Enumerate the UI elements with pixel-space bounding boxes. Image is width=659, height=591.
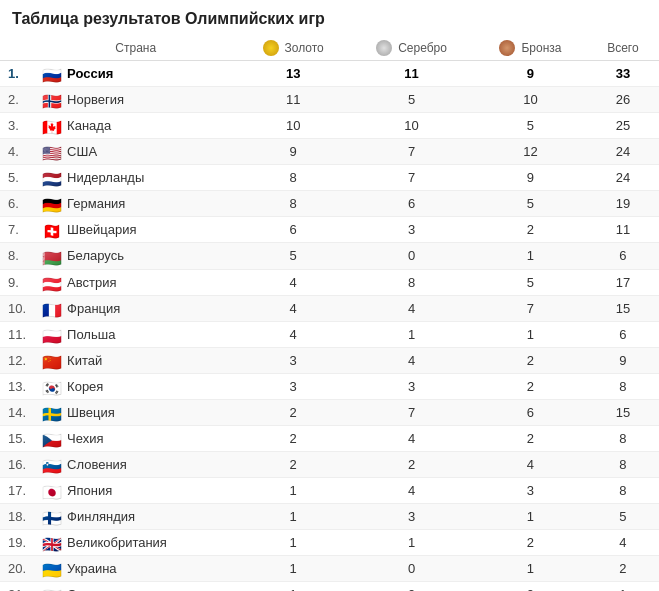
gold-cell: 2 (237, 451, 349, 477)
country-header: Страна (34, 36, 237, 61)
rank-cell: 15. (0, 425, 34, 451)
country-cell: 🇳🇴Норвегия (34, 87, 237, 113)
country-cell: 🇨🇳Китай (34, 347, 237, 373)
table-row: 4.🇺🇸США971224 (0, 139, 659, 165)
silver-cell: 8 (349, 269, 474, 295)
country-label: Беларусь (67, 248, 124, 263)
table-row: 10.🇫🇷Франция44715 (0, 295, 659, 321)
total-cell: 33 (587, 61, 659, 87)
bronze-cell: 2 (474, 373, 587, 399)
table-row: 19.🇬🇧Великобритания1124 (0, 530, 659, 556)
country-label: Германия (67, 196, 125, 211)
country-label: Швеция (67, 405, 115, 420)
page-title: Таблица результатов Олимпийских игр (0, 0, 659, 36)
gold-cell: 1 (237, 504, 349, 530)
bronze-cell: 1 (474, 321, 587, 347)
flag-icon: 🇵🇱 (42, 329, 62, 342)
gold-cell: 8 (237, 191, 349, 217)
table-row: 3.🇨🇦Канада1010525 (0, 113, 659, 139)
country-cell: 🇺🇸США (34, 139, 237, 165)
table-row: 15.🇨🇿Чехия2428 (0, 425, 659, 451)
gold-cell: 11 (237, 87, 349, 113)
country-cell: 🇨🇭Швейцария (34, 217, 237, 243)
table-row: 18.🇫🇮Финляндия1315 (0, 504, 659, 530)
rank-cell: 16. (0, 451, 34, 477)
bronze-cell: 2 (474, 530, 587, 556)
country-label: США (67, 144, 97, 159)
gold-cell: 5 (237, 243, 349, 269)
silver-header: Серебро (349, 36, 474, 61)
silver-cell: 4 (349, 347, 474, 373)
table-row: 13.🇰🇷Корея3328 (0, 373, 659, 399)
country-cell: 🇨🇦Канада (34, 113, 237, 139)
silver-cell: 7 (349, 399, 474, 425)
gold-header: Золото (237, 36, 349, 61)
silver-cell: 5 (349, 87, 474, 113)
bronze-cell: 12 (474, 139, 587, 165)
country-cell: 🇵🇱Польша (34, 321, 237, 347)
country-label: Япония (67, 483, 112, 498)
total-cell: 15 (587, 399, 659, 425)
flag-icon: 🇺🇸 (42, 146, 62, 159)
silver-cell: 4 (349, 425, 474, 451)
bronze-cell: 1 (474, 556, 587, 582)
rank-cell: 3. (0, 113, 34, 139)
flag-icon: 🇨🇿 (42, 433, 62, 446)
country-label: Польша (67, 327, 115, 342)
table-row: 20.🇺🇦Украина1012 (0, 556, 659, 582)
country-cell: 🇫🇮Финляндия (34, 504, 237, 530)
silver-cell: 6 (349, 191, 474, 217)
table-row: 1.🇷🇺Россия1311933 (0, 61, 659, 87)
bronze-cell: 1 (474, 243, 587, 269)
total-cell: 8 (587, 478, 659, 504)
table-row: 21.🇸🇰Словакия1001 (0, 582, 659, 591)
flag-icon: 🇸🇮 (42, 459, 62, 472)
rank-cell: 8. (0, 243, 34, 269)
table-row: 5.🇳🇱Нидерланды87924 (0, 165, 659, 191)
rank-cell: 9. (0, 269, 34, 295)
total-cell: 25 (587, 113, 659, 139)
gold-cell: 9 (237, 139, 349, 165)
rank-cell: 21. (0, 582, 34, 591)
table-row: 7.🇨🇭Швейцария63211 (0, 217, 659, 243)
bronze-cell: 6 (474, 399, 587, 425)
gold-cell: 1 (237, 530, 349, 556)
gold-cell: 13 (237, 61, 349, 87)
total-cell: 5 (587, 504, 659, 530)
bronze-cell: 0 (474, 582, 587, 591)
gold-cell: 1 (237, 556, 349, 582)
total-cell: 24 (587, 139, 659, 165)
gold-cell: 4 (237, 295, 349, 321)
country-cell: 🇩🇪Германия (34, 191, 237, 217)
rank-cell: 2. (0, 87, 34, 113)
rank-cell: 6. (0, 191, 34, 217)
flag-icon: 🇬🇧 (42, 537, 62, 550)
total-cell: 2 (587, 556, 659, 582)
bronze-medal-icon (499, 40, 515, 56)
bronze-cell: 5 (474, 191, 587, 217)
gold-cell: 3 (237, 373, 349, 399)
bronze-cell: 5 (474, 113, 587, 139)
silver-cell: 1 (349, 321, 474, 347)
country-label: Австрия (67, 275, 116, 290)
total-header: Всего (587, 36, 659, 61)
gold-cell: 10 (237, 113, 349, 139)
flag-icon: 🇨🇭 (42, 224, 62, 237)
results-table: Страна Золото Серебро Бронза Всего (0, 36, 659, 591)
gold-cell: 2 (237, 399, 349, 425)
flag-icon: 🇷🇺 (42, 68, 62, 81)
country-label: Франция (67, 301, 120, 316)
country-cell: 🇰🇷Корея (34, 373, 237, 399)
total-cell: 6 (587, 321, 659, 347)
country-cell: 🇳🇱Нидерланды (34, 165, 237, 191)
flag-icon: 🇯🇵 (42, 485, 62, 498)
country-cell: 🇬🇧Великобритания (34, 530, 237, 556)
flag-icon: 🇺🇦 (42, 563, 62, 576)
silver-cell: 10 (349, 113, 474, 139)
gold-cell: 4 (237, 321, 349, 347)
silver-cell: 3 (349, 217, 474, 243)
bronze-cell: 9 (474, 61, 587, 87)
flag-icon: 🇧🇾 (42, 251, 62, 264)
rank-cell: 17. (0, 478, 34, 504)
total-cell: 8 (587, 373, 659, 399)
